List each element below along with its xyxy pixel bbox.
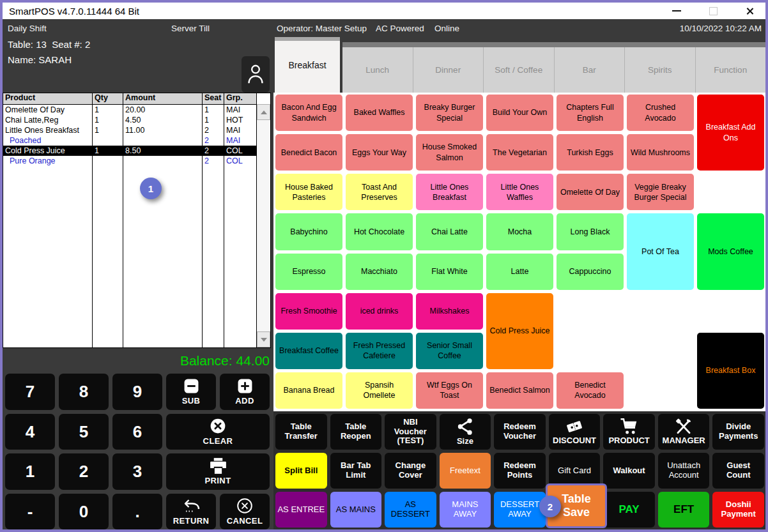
divide-payments-button[interactable]: Divide Payments: [712, 414, 764, 450]
order-row-chai-latte-reg[interactable]: Chai Latte,Reg14.501HOT: [3, 115, 257, 125]
menu-button-cold-press-juice[interactable]: Cold Press Juice: [486, 293, 553, 369]
menu-button-cappuccino[interactable]: Cappuccino: [557, 254, 624, 290]
menu-button-espresso[interactable]: Espresso: [275, 254, 342, 290]
table-reopen-button[interactable]: Table Reopen: [330, 414, 382, 450]
as-entree-button[interactable]: AS ENTREE: [275, 492, 327, 528]
menu-button-breakfast-box[interactable]: Breakfast Box: [697, 333, 764, 409]
order-row-omelette-of-day[interactable]: Omelette Of Day120.001MAI: [3, 105, 257, 115]
tab-bar[interactable]: Bar: [555, 47, 626, 93]
scrollbar-track[interactable]: [257, 120, 270, 331]
tab-lunch[interactable]: Lunch: [342, 47, 413, 93]
menu-button-the-vegetarian[interactable]: The Vegetarian: [486, 134, 553, 171]
menu-button-house-smoked-salmon[interactable]: House Smoked Salmon: [416, 134, 483, 171]
menu-button-turkish-eggs[interactable]: Turkish Eggs: [557, 134, 624, 171]
order-row-poached[interactable]: Poached2MAI: [3, 135, 257, 146]
menu-button-hot-chocolate[interactable]: Hot Chocolate: [346, 213, 413, 250]
dessert-away-button[interactable]: DESSERT AWAY: [494, 492, 546, 528]
menu-button-babychino[interactable]: Babychino: [275, 213, 342, 250]
discount-button[interactable]: DISCOUNT: [549, 414, 601, 450]
numpad-key-2[interactable]: 2: [59, 453, 109, 490]
menu-button-breaky-burger-special[interactable]: Breaky Burger Special: [416, 95, 483, 131]
doshii-payment-button[interactable]: Doshii Payment: [712, 492, 764, 528]
tab-dinner[interactable]: Dinner: [413, 47, 484, 93]
mains-away-button[interactable]: MAINS AWAY: [440, 492, 491, 528]
menu-button-chapters-full-english[interactable]: Chapters Full English: [557, 95, 624, 131]
pay-button[interactable]: PAY: [603, 492, 655, 528]
split-bill-button[interactable]: Split Bill: [275, 453, 327, 489]
menu-button-senior-small-coffee[interactable]: Senior Small Coffee: [416, 333, 483, 369]
redeem-voucher-button[interactable]: Redeem Voucher: [494, 414, 546, 450]
order-row-cold-press-juice[interactable]: Cold Press Juice18.502COL: [3, 146, 257, 156]
numpad-key-8[interactable]: 8: [59, 374, 109, 410]
menu-button-macchiato[interactable]: Macchiato: [346, 254, 413, 290]
product-button[interactable]: PRODUCT: [603, 414, 655, 450]
unattach-account-button[interactable]: Unattach Account: [658, 453, 710, 489]
manager-button[interactable]: MANAGER: [658, 414, 710, 450]
table-transfer-button[interactable]: Table Transfer: [275, 414, 327, 450]
guest-count-button[interactable]: Guest Count: [712, 453, 764, 489]
numpad-key-clear[interactable]: CLEAR: [166, 414, 270, 450]
numpad-key-cancel[interactable]: CANCEL: [220, 494, 270, 530]
menu-button-latte[interactable]: Latte: [486, 254, 553, 290]
maximize-button[interactable]: [709, 7, 718, 15]
numpad-key-7[interactable]: 7: [5, 374, 55, 410]
order-list-scrollbar[interactable]: [257, 93, 270, 347]
menu-button-milkshakes[interactable]: Milkshakes: [416, 293, 483, 330]
as-mains-button[interactable]: AS MAINS: [330, 492, 382, 528]
menu-button-mocha[interactable]: Mocha: [486, 213, 553, 250]
scroll-down-button[interactable]: [257, 331, 270, 347]
menu-button-baked-waffles[interactable]: Baked Waffles: [346, 95, 413, 131]
numpad-key-5[interactable]: 5: [59, 414, 109, 450]
bar-tab-limit-button[interactable]: Bar Tab Limit: [330, 453, 382, 489]
menu-button-wtf-eggs-on-toast[interactable]: Wtf Eggs On Toast: [416, 372, 483, 409]
numpad-key-print[interactable]: PRINT: [166, 453, 270, 490]
order-row-little-ones-breakfast[interactable]: Little Ones Breakfast111.002MAI: [3, 125, 257, 135]
customer-button[interactable]: [242, 56, 270, 93]
numpad-key-[interactable]: -: [5, 494, 55, 530]
menu-button-banana-bread[interactable]: Banana Bread: [275, 372, 342, 409]
numpad-key-6[interactable]: 6: [112, 414, 162, 450]
size-button[interactable]: Size: [440, 414, 491, 450]
menu-button-breakfast-coffee[interactable]: Breakfast Coffee: [275, 333, 342, 369]
menu-button-little-ones-breakfast[interactable]: Little Ones Breakfast: [416, 174, 483, 210]
numpad-key-4[interactable]: 4: [5, 414, 55, 450]
tab-spirits[interactable]: Spirits: [625, 47, 696, 93]
menu-button-long-black[interactable]: Long Black: [557, 213, 624, 250]
menu-button-veggie-breaky-burger-special[interactable]: Veggie Breaky Burger Special: [627, 174, 694, 210]
tab-breakfast[interactable]: Breakfast: [275, 37, 340, 93]
numpad-key-sub[interactable]: SUB: [166, 374, 216, 410]
menu-button-mods-coffee[interactable]: Mods Coffee: [697, 213, 764, 289]
menu-button-benedict-avocado[interactable]: Benedict Avocado: [557, 372, 624, 409]
menu-button-wild-mushrooms[interactable]: Wild Mushrooms: [627, 134, 694, 171]
redeem-points-button[interactable]: Redeem Points: [494, 453, 546, 489]
eft-button[interactable]: EFT: [658, 492, 710, 528]
tab-soft-coffee[interactable]: Soft / Coffee: [484, 47, 555, 93]
menu-button-iced-drinks[interactable]: iced drinks: [346, 293, 413, 330]
numpad-key-add[interactable]: ADD: [220, 374, 270, 410]
menu-button-flat-white[interactable]: Flat White: [416, 254, 483, 290]
change-cover-button[interactable]: Change Cover: [385, 453, 436, 489]
menu-button-eggs-your-way[interactable]: Eggs Your Way: [346, 134, 413, 171]
menu-button-omelette-of-day[interactable]: Omelette Of Day: [557, 174, 624, 210]
freetext-button[interactable]: Freetext: [440, 453, 491, 489]
scroll-up-button[interactable]: [257, 104, 270, 120]
menu-button-benedict-salmon[interactable]: Benedict Salmon: [486, 372, 553, 409]
numpad-key-9[interactable]: 9: [112, 374, 162, 410]
order-row-pure-orange[interactable]: Pure Orange2COL: [3, 156, 257, 166]
numpad-key-[interactable]: .: [112, 494, 162, 530]
numpad-key-1[interactable]: 1: [5, 453, 55, 490]
menu-button-spansih-omellete[interactable]: Spansih Omellete: [346, 372, 413, 409]
tab-function[interactable]: Function: [696, 47, 766, 93]
menu-button-house-baked-pasteries[interactable]: House Baked Pasteries: [275, 174, 342, 210]
menu-button-bacon-and-egg-sandwich[interactable]: Bacon And Egg Sandwich: [275, 95, 342, 131]
menu-button-chai-latte[interactable]: Chai Latte: [416, 213, 483, 250]
menu-button-benedict-bacon[interactable]: Benedict Bacon: [275, 134, 342, 171]
menu-button-fresh-smoothie[interactable]: Fresh Smoothie: [275, 293, 342, 330]
numpad-key-3[interactable]: 3: [112, 453, 162, 490]
minimize-button[interactable]: [672, 10, 681, 11]
numpad-key-0[interactable]: 0: [59, 494, 109, 530]
menu-button-build-your-own[interactable]: Build Your Own: [486, 95, 553, 131]
menu-button-little-ones-waffles[interactable]: Little Ones Waffles: [486, 174, 553, 210]
nbi-voucher-test-button[interactable]: NBI Voucher (TEST): [385, 414, 436, 450]
menu-button-crushed-avocado[interactable]: Crushed Avocado: [627, 95, 694, 131]
